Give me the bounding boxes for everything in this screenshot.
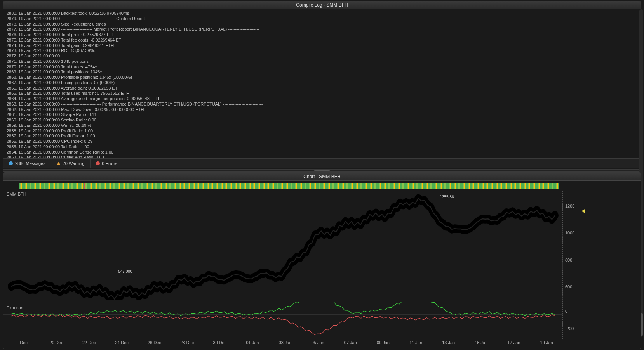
exposure-y-axis: 0-200 [563,302,582,337]
panel-splitter[interactable] [3,169,641,172]
errors-filter-button[interactable]: 0 Errors [91,159,123,168]
trade-activity-strip [19,183,559,189]
compile-log-title: Compile Log - SMM BFH [3,1,641,9]
x-tick: 17 Jan [498,340,530,347]
y-tick: 600 [565,274,582,301]
x-tick: 13 Jan [432,340,465,347]
log-status-bar: 2880 Messages 70 Warning 0 Errors [3,158,641,168]
log-line[interactable]: 2872. 19 Jan 2021 00:00:00 [7,54,637,59]
chart-body[interactable]: SMM BFH 1355.86 547.000 12001000800600 E… [3,181,641,349]
x-tick: 30 Dec [204,340,236,347]
log-line[interactable]: 2870. 19 Jan 2021 00:00:00 Total trades:… [7,64,637,70]
x-tick: 15 Jan [465,340,498,347]
compile-log-body[interactable]: 2880. 19 Jan 2021 00:00:00 Backtest took… [3,9,641,158]
log-line[interactable]: 2863. 19 Jan 2021 00:00:00 -------------… [7,102,637,107]
x-tick: 20 Dec [40,340,73,347]
x-tick: 05 Jan [301,340,334,347]
date-x-axis: Dec20 Dec22 Dec24 Dec26 Dec28 Dec30 Dec0… [7,340,563,347]
log-line[interactable]: 2878. 19 Jan 2021 00:00:00 Size Reductio… [7,22,637,27]
x-tick: 19 Jan [530,340,563,347]
x-tick: 09 Jan [367,340,399,347]
log-line[interactable]: 2879. 19 Jan 2021 00:00:00 -------------… [7,16,637,22]
log-line[interactable]: 2875. 19 Jan 2021 00:00:00 Total fee cos… [7,38,637,43]
chart-title: Chart - SMM BFH [3,173,641,181]
log-line[interactable]: 2874. 19 Jan 2021 00:00:00 Total gain: 0… [7,43,637,49]
errors-count: 0 Errors [102,161,117,166]
log-line[interactable]: 2868. 19 Jan 2021 00:00:00 Profitable po… [7,75,637,80]
log-line[interactable]: 2877. 19 Jan 2021 00:00:00 -------------… [7,27,637,32]
log-line[interactable]: 2864. 19 Jan 2021 00:00:00 Average used … [7,96,637,102]
warnings-filter-button[interactable]: 70 Warning [51,159,91,168]
info-icon [9,161,13,165]
log-scrollbar[interactable] [639,9,641,168]
y-tick: 1000 [565,220,582,247]
x-tick: 11 Jan [400,340,432,347]
log-line[interactable]: 2856. 19 Jan 2021 00:00:00 CPC Index: 0.… [7,139,637,144]
log-line[interactable]: 2862. 19 Jan 2021 00:00:00 Max. DrawDown… [7,107,637,113]
log-line[interactable]: 2853. 19 Jan 2021 00:00:00 Outlier Win R… [7,155,637,158]
x-tick: 01 Jan [236,340,269,347]
x-tick: 24 Dec [105,340,138,347]
chart-panel: Chart - SMM BFH SMM BFH 1355.86 547.000 … [3,172,641,349]
exposure-chart[interactable] [3,302,563,339]
price-y-axis: 12001000800600 [563,192,582,300]
log-line[interactable]: 2861. 19 Jan 2021 00:00:00 Sharpe Ratio:… [7,112,637,118]
exposure-tick: -200 [565,326,582,331]
y-tick: 800 [565,246,582,274]
log-line[interactable]: 2871. 19 Jan 2021 00:00:00 1345 position… [7,59,637,64]
exposure-tick: 0 [565,309,582,314]
messages-filter-button[interactable]: 2880 Messages [3,159,51,168]
x-tick: 22 Dec [73,340,105,347]
warning-icon [57,161,61,165]
log-line[interactable]: 2873. 19 Jan 2021 00:00:00 ROI: 53,067.3… [7,48,637,54]
log-line[interactable]: 2880. 19 Jan 2021 00:00:00 Backtest took… [7,11,637,16]
warnings-count: 70 Warning [63,161,85,166]
log-line[interactable]: 2869. 19 Jan 2021 00:00:00 Total positio… [7,69,637,75]
log-line[interactable]: 2876. 19 Jan 2021 00:00:00 Total profit:… [7,32,637,38]
log-line[interactable]: 2860. 19 Jan 2021 00:00:00 Sortino Ratio… [7,118,637,123]
log-line[interactable]: 2858. 19 Jan 2021 00:00:00 Profit Ratio:… [7,128,637,134]
log-line[interactable]: 2854. 19 Jan 2021 00:00:00 Common Sense … [7,150,637,155]
log-line[interactable]: 2857. 19 Jan 2021 00:00:00 Profit Factor… [7,133,637,139]
y-tick: 1200 [565,192,582,220]
error-icon [96,161,100,165]
x-tick: 07 Jan [334,340,367,347]
price-chart[interactable] [3,191,563,300]
x-tick: Dec [7,340,40,347]
log-line[interactable]: 2859. 19 Jan 2021 00:00:00 Win %: 28.69 … [7,123,637,128]
x-tick: 26 Dec [138,340,171,347]
log-line[interactable]: 2867. 19 Jan 2021 00:00:00 Losing positi… [7,80,637,86]
log-line[interactable]: 2866. 19 Jan 2021 00:00:00 Average gain:… [7,86,637,91]
log-line[interactable]: 2865. 19 Jan 2021 00:00:00 Total used ma… [7,91,637,96]
messages-count: 2880 Messages [15,161,45,166]
x-tick: 28 Dec [171,340,204,347]
log-line[interactable]: 2855. 19 Jan 2021 00:00:00 Tail Ratio: 1… [7,144,637,150]
compile-log-panel: Compile Log - SMM BFH 2880. 19 Jan 2021 … [3,1,641,168]
x-tick: 03 Jan [269,340,301,347]
